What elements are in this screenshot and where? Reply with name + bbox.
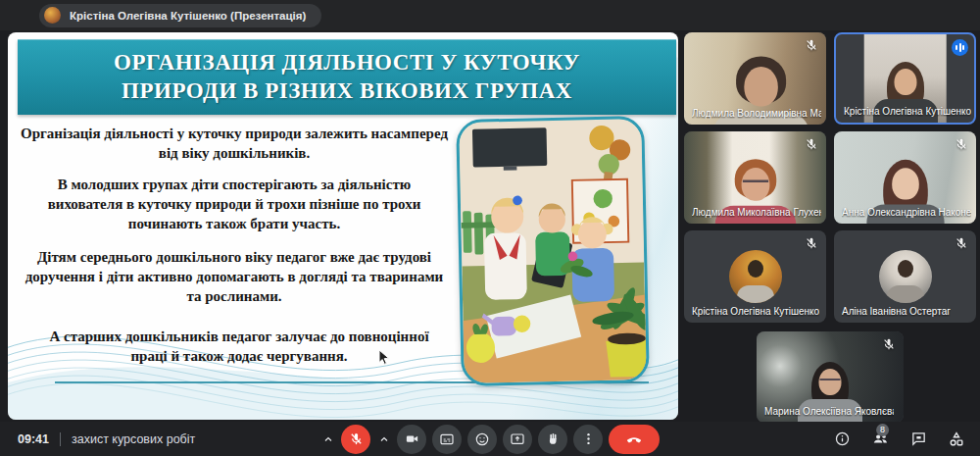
vertical-dots-icon [581, 431, 596, 446]
meeting-details-button[interactable] [832, 429, 852, 450]
meta-divider [60, 432, 61, 446]
mic-off-icon [805, 137, 818, 151]
participant-tile[interactable]: Анна Олександрівна Наконечна [834, 131, 976, 224]
call-controls [320, 424, 660, 454]
participant-avatar [729, 250, 782, 303]
meeting-title: захист курсових робіт [72, 432, 195, 446]
activities-icon [948, 431, 965, 448]
participant-tile[interactable]: Марина Олексіївна Яковлєва [757, 331, 904, 423]
present-screen-button[interactable] [503, 425, 532, 454]
speaking-indicator-icon [952, 39, 968, 56]
participant-tile[interactable]: Крістіна Олегівна Кутішенко [834, 32, 976, 125]
participant-tile[interactable]: Аліна Іванівна Остертаг [834, 230, 976, 323]
slide-photo-illustration [459, 119, 647, 383]
panel-icons: 8 [832, 422, 966, 456]
mic-off-icon [349, 431, 364, 446]
participant-name: Людмила Володимирівна Мальце... [692, 108, 821, 119]
captions-icon [439, 431, 455, 447]
camera-options-button[interactable] [376, 425, 391, 454]
top-bar: Крістіна Олегівна Кутішенко (Презентація… [0, 0, 980, 30]
bottom-bar: 09:41 захист курсових робіт [0, 422, 980, 456]
participant-name: Крістіна Олегівна Кутішенко [844, 106, 971, 117]
mic-options-button[interactable] [320, 425, 335, 454]
participant-tile[interactable]: Людмила Миколаївна Глухенька [684, 131, 826, 224]
camera-icon [405, 431, 419, 446]
clock-time: 09:41 [18, 432, 49, 446]
chevron-up-icon [378, 433, 390, 445]
meet-window: Крістіна Олегівна Кутішенко (Презентація… [0, 0, 980, 456]
mic-off-icon [805, 38, 818, 52]
more-options-button[interactable] [573, 425, 603, 454]
slide-title-line1: ОРГАНІЗАЦІЯ ДІЯЛЬНОСТІ У КУТОЧКУ [18, 49, 676, 77]
presenter-avatar [44, 7, 61, 24]
participant-avatar [879, 250, 932, 303]
mic-off-icon [955, 236, 968, 250]
participant-name: Аліна Іванівна Остертаг [842, 306, 951, 317]
participant-name: Марина Олексіївна Яковлєва [764, 406, 894, 417]
end-call-icon [625, 431, 643, 448]
people-count-badge: 8 [876, 424, 889, 436]
present-screen-icon [510, 431, 525, 447]
info-icon [834, 431, 851, 447]
participant-tile[interactable]: Людмила Володимирівна Мальце... [684, 32, 826, 125]
camera-button[interactable] [397, 425, 426, 454]
slide-paragraph-1: Організація діяльності у куточку природи… [20, 125, 449, 164]
mic-off-icon [882, 337, 896, 351]
smiley-icon [474, 431, 490, 447]
participant-name: Крістіна Олегівна Кутішенко [692, 306, 819, 317]
presenter-chip-label: Крістіна Олегівна Кутішенко (Презентація… [70, 10, 306, 22]
hand-icon [546, 431, 561, 446]
raise-hand-button[interactable] [538, 425, 567, 454]
slide-photo [456, 116, 650, 386]
activities-button[interactable] [947, 429, 966, 450]
chat-icon [910, 431, 927, 447]
slide-paragraph-2: В молодших групах діти спостерігають за … [20, 176, 449, 234]
reactions-button[interactable] [467, 425, 497, 454]
slide-paragraph-3: Дітям середнього дошкільного віку педаго… [20, 248, 449, 307]
slide-title-line2: ПРИРОДИ В РІЗНИХ ВІКОВИХ ГРУПАХ [18, 77, 676, 106]
mic-off-button[interactable] [341, 425, 370, 454]
participant-name: Людмила Миколаївна Глухенька [692, 207, 821, 218]
mouse-cursor [378, 349, 390, 366]
chevron-up-icon [322, 433, 334, 445]
mic-off-icon [805, 236, 818, 250]
leave-call-button[interactable] [609, 425, 660, 454]
captions-button[interactable] [432, 425, 462, 454]
slide-title: ОРГАНІЗАЦІЯ ДІЯЛЬНОСТІ У КУТОЧКУ ПРИРОДИ… [18, 39, 676, 115]
presenter-chip[interactable]: Крістіна Олегівна Кутішенко (Презентація… [39, 4, 321, 27]
participants-grid: Людмила Володимирівна Мальце... Крістіна… [684, 32, 976, 423]
chat-button[interactable] [908, 429, 928, 450]
presentation-tile[interactable]: ОРГАНІЗАЦІЯ ДІЯЛЬНОСТІ У КУТОЧКУ ПРИРОДИ… [8, 32, 678, 420]
meeting-meta: 09:41 захист курсових робіт [18, 422, 195, 456]
mic-off-icon [955, 137, 968, 151]
people-button[interactable]: 8 [870, 429, 890, 450]
participant-tile[interactable]: Крістіна Олегівна Кутішенко [684, 230, 826, 323]
participant-name: Анна Олександрівна Наконечна [842, 207, 971, 218]
